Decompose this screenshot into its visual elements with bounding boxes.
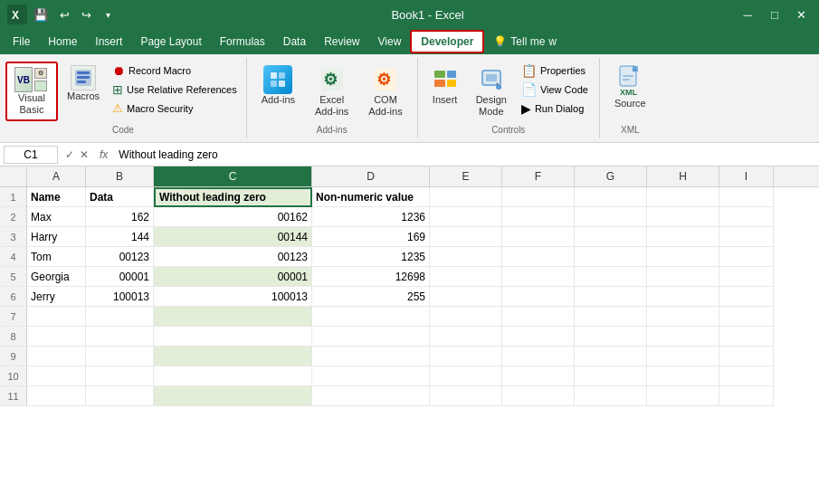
cell-b4[interactable]: 00123 [86, 247, 154, 267]
cell-g10[interactable] [575, 366, 647, 386]
cell-f2[interactable] [502, 207, 575, 227]
menu-developer[interactable]: Developer [410, 30, 484, 53]
cell-f8[interactable] [502, 327, 575, 347]
cell-f9[interactable] [502, 347, 575, 366]
close-button[interactable]: ✕ [792, 5, 812, 24]
cell-d1[interactable]: Non-numeric value [312, 187, 430, 207]
cell-g6[interactable] [575, 287, 647, 307]
cell-d11[interactable] [312, 386, 430, 406]
cell-e2[interactable] [430, 207, 502, 227]
cell-h10[interactable] [647, 366, 719, 386]
cell-d6[interactable]: 255 [312, 287, 430, 307]
col-header-a[interactable]: A [27, 166, 86, 186]
insert-control-button[interactable]: Insert [425, 62, 465, 109]
cell-d4[interactable]: 1235 [312, 247, 430, 267]
cell-e1[interactable] [430, 187, 502, 207]
cell-h1[interactable] [647, 187, 719, 207]
cell-a7[interactable] [27, 307, 86, 327]
cell-f6[interactable] [502, 287, 575, 307]
cell-f7[interactable] [502, 307, 575, 327]
record-macro-button[interactable]: ⏺ Record Macro [109, 62, 241, 80]
col-header-d[interactable]: D [312, 166, 430, 186]
cell-g3[interactable] [575, 227, 647, 247]
undo-button[interactable]: ↩ [54, 5, 74, 24]
cell-a8[interactable] [27, 327, 86, 347]
cell-h2[interactable] [647, 207, 719, 227]
cell-e11[interactable] [430, 386, 502, 406]
cell-a9[interactable] [27, 347, 86, 366]
formula-cancel-icon[interactable]: ✕ [80, 148, 89, 161]
save-button[interactable]: 💾 [31, 5, 51, 24]
cell-a3[interactable]: Harry [27, 227, 86, 247]
source-button[interactable]: XML Source [607, 62, 653, 112]
redo-button[interactable]: ↪ [76, 5, 96, 24]
cell-g7[interactable] [575, 307, 647, 327]
cell-g2[interactable] [575, 207, 647, 227]
cell-b9[interactable] [86, 347, 154, 366]
cell-b10[interactable] [86, 366, 154, 386]
cell-f3[interactable] [502, 227, 575, 247]
cell-f10[interactable] [502, 366, 575, 386]
addins-button[interactable]: Add-ins [254, 62, 302, 109]
cell-i8[interactable] [719, 327, 774, 347]
cell-a6[interactable]: Jerry [27, 287, 86, 307]
cell-i6[interactable] [719, 287, 774, 307]
menu-page-layout[interactable]: Page Layout [131, 32, 210, 52]
macro-security-button[interactable]: ⚠ Macro Security [109, 100, 241, 117]
maximize-button[interactable]: □ [765, 5, 785, 24]
col-header-e[interactable]: E [430, 166, 502, 186]
cell-e10[interactable] [430, 366, 502, 386]
excel-addins-button[interactable]: ⚙ ExcelAdd-ins [308, 62, 356, 121]
cell-h5[interactable] [647, 267, 719, 287]
cell-i9[interactable] [719, 347, 774, 366]
tell-me[interactable]: 💡 Tell me w [484, 32, 566, 52]
macros-button[interactable]: Macros [62, 62, 105, 105]
cell-h7[interactable] [647, 307, 719, 327]
cell-c7[interactable] [154, 307, 312, 327]
formula-input[interactable] [115, 147, 815, 163]
minimize-button[interactable]: ─ [738, 5, 757, 24]
cell-f1[interactable] [502, 187, 575, 207]
com-addins-button[interactable]: ⚙ COMAdd-ins [361, 62, 409, 121]
cell-c10[interactable] [154, 366, 312, 386]
cell-f5[interactable] [502, 267, 575, 287]
cell-h6[interactable] [647, 287, 719, 307]
cell-e7[interactable] [430, 307, 502, 327]
cell-a1[interactable]: Name [27, 187, 86, 207]
cell-b7[interactable] [86, 307, 154, 327]
cell-d2[interactable]: 1236 [312, 207, 430, 227]
cell-g8[interactable] [575, 327, 647, 347]
cell-c9[interactable] [154, 347, 312, 366]
cell-d3[interactable]: 169 [312, 227, 430, 247]
cell-a5[interactable]: Georgia [27, 267, 86, 287]
cell-e5[interactable] [430, 267, 502, 287]
menu-file[interactable]: File [4, 32, 39, 52]
menu-review[interactable]: Review [315, 32, 368, 52]
cell-a4[interactable]: Tom [27, 247, 86, 267]
cell-b1[interactable]: Data [86, 187, 154, 207]
menu-insert[interactable]: Insert [86, 32, 131, 52]
cell-d10[interactable] [312, 366, 430, 386]
menu-formulas[interactable]: Formulas [211, 32, 274, 52]
cell-e9[interactable] [430, 347, 502, 366]
col-header-c[interactable]: C [154, 166, 312, 186]
cell-i5[interactable] [719, 267, 774, 287]
cell-h4[interactable] [647, 247, 719, 267]
col-header-h[interactable]: H [647, 166, 719, 186]
cell-i1[interactable] [719, 187, 774, 207]
cell-f11[interactable] [502, 386, 575, 406]
col-header-i[interactable]: I [719, 166, 774, 186]
cell-a11[interactable] [27, 386, 86, 406]
cell-i3[interactable] [719, 227, 774, 247]
cell-d5[interactable]: 12698 [312, 267, 430, 287]
cell-b6[interactable]: 100013 [86, 287, 154, 307]
cell-g1[interactable] [575, 187, 647, 207]
cell-c11[interactable] [154, 386, 312, 406]
cell-reference-box[interactable] [4, 146, 58, 164]
view-code-button[interactable]: 📄 View Code [518, 81, 592, 99]
formula-check-icon[interactable]: ✓ [65, 148, 74, 161]
cell-b11[interactable] [86, 386, 154, 406]
cell-i2[interactable] [719, 207, 774, 227]
cell-c8[interactable] [154, 327, 312, 347]
cell-c4[interactable]: 00123 [154, 247, 312, 267]
